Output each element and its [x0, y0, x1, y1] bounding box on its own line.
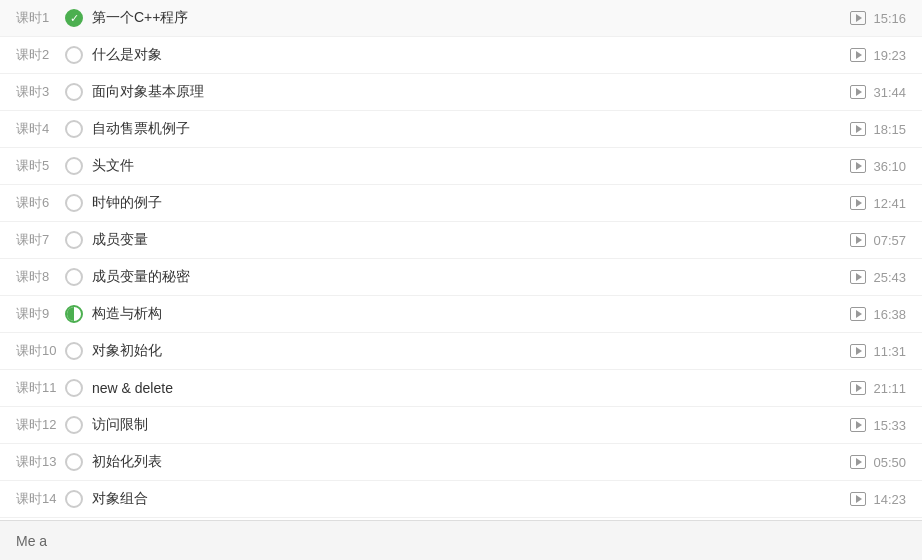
play-icon[interactable]	[844, 307, 872, 321]
status-icon	[60, 194, 88, 212]
lesson-label: 课时2	[0, 46, 60, 64]
lesson-label: 课时9	[0, 305, 60, 323]
lesson-label: 课时6	[0, 194, 60, 212]
lesson-duration: 36:10	[872, 159, 922, 174]
course-list: 课时1第一个C++程序15:16课时2什么是对象19:23课时3面向对象基本原理…	[0, 0, 922, 555]
status-icon	[60, 416, 88, 434]
course-item[interactable]: 课时12访问限制15:33	[0, 407, 922, 444]
lesson-title: 初始化列表	[88, 453, 844, 471]
lesson-title: 对象组合	[88, 490, 844, 508]
status-icon	[60, 305, 88, 323]
course-item[interactable]: 课时8成员变量的秘密25:43	[0, 259, 922, 296]
play-icon[interactable]	[844, 85, 872, 99]
lesson-duration: 14:23	[872, 492, 922, 507]
bottom-text: Me a	[16, 533, 47, 549]
course-item[interactable]: 课时9构造与析构16:38	[0, 296, 922, 333]
lesson-duration: 07:57	[872, 233, 922, 248]
lesson-label: 课时4	[0, 120, 60, 138]
course-item[interactable]: 课时1第一个C++程序15:16	[0, 0, 922, 37]
lesson-label: 课时10	[0, 342, 60, 360]
lesson-label: 课时12	[0, 416, 60, 434]
lesson-label: 课时14	[0, 490, 60, 508]
lesson-duration: 25:43	[872, 270, 922, 285]
status-icon	[60, 231, 88, 249]
play-icon[interactable]	[844, 11, 872, 25]
play-icon[interactable]	[844, 418, 872, 432]
course-item[interactable]: 课时3面向对象基本原理31:44	[0, 74, 922, 111]
lesson-title: 成员变量的秘密	[88, 268, 844, 286]
status-icon	[60, 83, 88, 101]
play-icon[interactable]	[844, 233, 872, 247]
course-item[interactable]: 课时13初始化列表05:50	[0, 444, 922, 481]
lesson-duration: 12:41	[872, 196, 922, 211]
lesson-duration: 15:33	[872, 418, 922, 433]
play-icon[interactable]	[844, 492, 872, 506]
play-icon[interactable]	[844, 381, 872, 395]
play-icon[interactable]	[844, 159, 872, 173]
play-icon[interactable]	[844, 48, 872, 62]
lesson-duration: 11:31	[872, 344, 922, 359]
course-item[interactable]: 课时5头文件36:10	[0, 148, 922, 185]
lesson-duration: 15:16	[872, 11, 922, 26]
course-item[interactable]: 课时11new & delete21:11	[0, 370, 922, 407]
course-item[interactable]: 课时10对象初始化11:31	[0, 333, 922, 370]
lesson-title: 对象初始化	[88, 342, 844, 360]
status-icon	[60, 9, 88, 27]
course-item[interactable]: 课时2什么是对象19:23	[0, 37, 922, 74]
lesson-title: 时钟的例子	[88, 194, 844, 212]
course-item[interactable]: 课时4自动售票机例子18:15	[0, 111, 922, 148]
lesson-label: 课时8	[0, 268, 60, 286]
lesson-title: 什么是对象	[88, 46, 844, 64]
lesson-duration: 18:15	[872, 122, 922, 137]
course-item[interactable]: 课时6时钟的例子12:41	[0, 185, 922, 222]
play-icon[interactable]	[844, 122, 872, 136]
lesson-title: 访问限制	[88, 416, 844, 434]
lesson-title: 头文件	[88, 157, 844, 175]
lesson-title: 第一个C++程序	[88, 9, 844, 27]
status-icon	[60, 120, 88, 138]
status-icon	[60, 268, 88, 286]
lesson-label: 课时7	[0, 231, 60, 249]
status-icon	[60, 490, 88, 508]
status-icon	[60, 379, 88, 397]
lesson-label: 课时5	[0, 157, 60, 175]
status-icon	[60, 453, 88, 471]
course-item[interactable]: 课时7成员变量07:57	[0, 222, 922, 259]
course-item[interactable]: 课时14对象组合14:23	[0, 481, 922, 518]
status-icon	[60, 342, 88, 360]
play-icon[interactable]	[844, 344, 872, 358]
lesson-duration: 31:44	[872, 85, 922, 100]
lesson-title: 自动售票机例子	[88, 120, 844, 138]
play-icon[interactable]	[844, 455, 872, 469]
lesson-label: 课时3	[0, 83, 60, 101]
status-icon	[60, 157, 88, 175]
play-icon[interactable]	[844, 270, 872, 284]
lesson-duration: 21:11	[872, 381, 922, 396]
lesson-duration: 05:50	[872, 455, 922, 470]
play-icon[interactable]	[844, 196, 872, 210]
lesson-label: 课时1	[0, 9, 60, 27]
status-icon	[60, 46, 88, 64]
lesson-label: 课时13	[0, 453, 60, 471]
lesson-title: new & delete	[88, 380, 844, 396]
lesson-title: 构造与析构	[88, 305, 844, 323]
bottom-bar: Me a	[0, 520, 922, 560]
lesson-duration: 19:23	[872, 48, 922, 63]
lesson-title: 成员变量	[88, 231, 844, 249]
lesson-title: 面向对象基本原理	[88, 83, 844, 101]
lesson-label: 课时11	[0, 379, 60, 397]
lesson-duration: 16:38	[872, 307, 922, 322]
